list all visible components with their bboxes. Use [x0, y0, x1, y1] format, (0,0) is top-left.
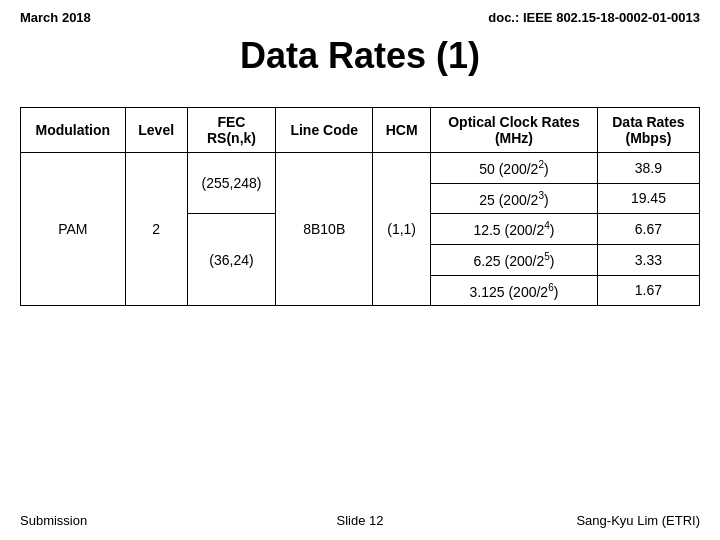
- col-datarates: Data Rates(Mbps): [597, 108, 699, 153]
- cell-rate-3: 6.67: [597, 214, 699, 245]
- cell-optical-5: 3.125 (200/26): [431, 275, 598, 306]
- cell-linecode: 8B10B: [276, 153, 373, 306]
- col-level: Level: [125, 108, 187, 153]
- cell-modulation: PAM: [21, 153, 126, 306]
- data-rates-table: Modulation Level FECRS(n,k) Line Code HC…: [20, 107, 700, 306]
- cell-level: 2: [125, 153, 187, 306]
- footer-author: Sang-Kyu Lim (ETRI): [576, 513, 700, 528]
- cell-rate-2: 19.45: [597, 183, 699, 214]
- cell-optical-1: 50 (200/22): [431, 153, 598, 184]
- col-hcm: HCM: [373, 108, 431, 153]
- cell-rate-4: 3.33: [597, 244, 699, 275]
- data-table-container: Modulation Level FECRS(n,k) Line Code HC…: [20, 107, 700, 306]
- cell-optical-2: 25 (200/23): [431, 183, 598, 214]
- header-left: March 2018: [20, 10, 91, 25]
- header-right: doc.: IEEE 802.15-18-0002-01-0013: [488, 10, 700, 25]
- cell-hcm: (1,1): [373, 153, 431, 306]
- cell-fec-1: (255,248): [187, 153, 276, 214]
- cell-rate-1: 38.9: [597, 153, 699, 184]
- cell-rate-5: 1.67: [597, 275, 699, 306]
- cell-optical-3: 12.5 (200/24): [431, 214, 598, 245]
- col-linecode: Line Code: [276, 108, 373, 153]
- footer-slide: Slide 12: [337, 513, 384, 528]
- footer-submission: Submission: [20, 513, 87, 528]
- col-optical: Optical Clock Rates(MHz): [431, 108, 598, 153]
- col-modulation: Modulation: [21, 108, 126, 153]
- cell-optical-4: 6.25 (200/25): [431, 244, 598, 275]
- table-row: PAM 2 (255,248) 8B10B (1,1) 50 (200/22) …: [21, 153, 700, 184]
- col-fec: FECRS(n,k): [187, 108, 276, 153]
- page-title: Data Rates (1): [0, 35, 720, 77]
- cell-fec-3: (36,24): [187, 214, 276, 306]
